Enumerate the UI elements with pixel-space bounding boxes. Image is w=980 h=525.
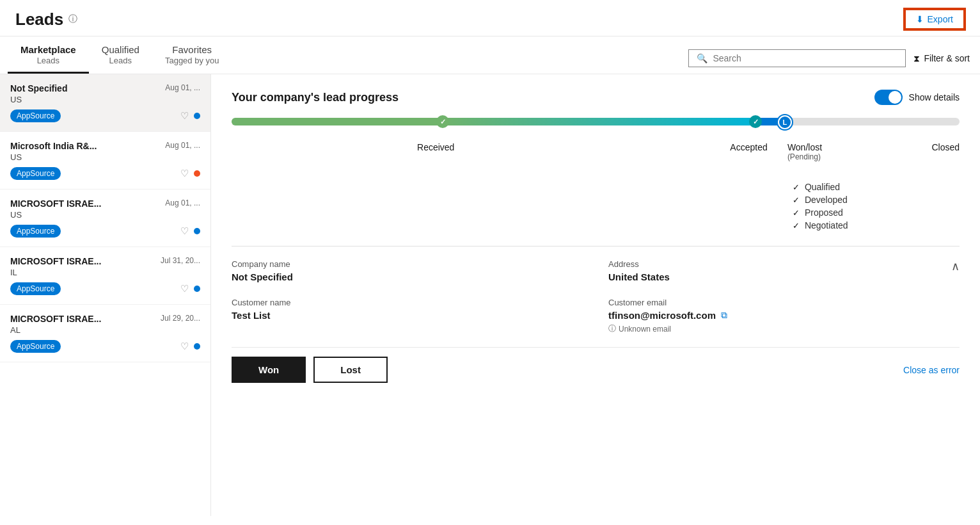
- main-layout: Not Specified Aug 01, ... US AppSource ♡…: [0, 74, 980, 516]
- show-details-label: Show details: [909, 92, 960, 102]
- progress-bar-container: ✓ ✓ L: [232, 118, 960, 137]
- address-field: Address United States: [608, 259, 960, 282]
- lead-list: Not Specified Aug 01, ... US AppSource ♡…: [0, 74, 211, 516]
- filter-icon: ⧗: [913, 53, 920, 64]
- badge-appsource: AppSource: [10, 109, 61, 122]
- stage-marker-received: ✓: [436, 115, 449, 128]
- lead-country: AL: [10, 325, 200, 335]
- tab-favorites-label: Favorites: [165, 44, 219, 55]
- copy-icon[interactable]: ⧉: [721, 310, 727, 321]
- tab-favorites[interactable]: Favorites Tagged by you: [152, 36, 232, 74]
- progress-track: ✓ ✓ L: [232, 118, 960, 125]
- check-item: ✓ Developed: [793, 195, 960, 205]
- toggle-knob: [889, 91, 901, 104]
- check-item: ✓ Proposed: [793, 207, 960, 218]
- tab-qualified-sublabel: Leads: [102, 56, 139, 65]
- close-as-error-link[interactable]: Close as error: [903, 365, 960, 375]
- status-dot: [194, 286, 200, 292]
- export-label: Export: [928, 14, 953, 24]
- tab-qualified-label: Qualified: [102, 44, 139, 55]
- export-button[interactable]: ⬇ Export: [905, 9, 965, 29]
- favorite-icon[interactable]: ♡: [180, 168, 189, 179]
- tab-marketplace-sublabel: Leads: [20, 56, 76, 65]
- badge-appsource: AppSource: [10, 282, 61, 295]
- lead-date: Jul 29, 20...: [161, 314, 200, 323]
- lead-item[interactable]: MICROSOFT ISRAE... Jul 31, 20... IL AppS…: [0, 247, 210, 305]
- bottom-bar: Won Lost Close as error: [232, 347, 960, 392]
- lead-country: US: [10, 210, 200, 220]
- company-name-value: Not Specified: [232, 271, 583, 282]
- lead-date: Aug 01, ...: [165, 198, 200, 207]
- label-wonlost: Won/lost (Pending): [787, 142, 822, 161]
- page-title-area: Leads ⓘ: [15, 10, 77, 29]
- lead-item[interactable]: MICROSOFT ISRAE... Aug 01, ... US AppSou…: [0, 190, 210, 247]
- badge-appsource: AppSource: [10, 340, 61, 353]
- customer-name-value: Test List: [232, 310, 583, 321]
- toggle-area: Show details: [874, 90, 960, 105]
- won-button[interactable]: Won: [232, 357, 306, 383]
- page-title: Leads: [15, 10, 63, 29]
- search-icon: 🔍: [697, 53, 707, 63]
- label-accepted: Accepted: [730, 142, 767, 152]
- badge-appsource: AppSource: [10, 167, 61, 180]
- tab-qualified[interactable]: Qualified Leads: [89, 36, 152, 74]
- progress-fill-accepted: [443, 118, 755, 125]
- tab-marketplace-label: Marketplace: [20, 44, 76, 55]
- customer-email-value: tfinson@microsoft.com: [608, 310, 716, 321]
- lead-item[interactable]: Microsoft India R&... Aug 01, ... US App…: [0, 132, 210, 190]
- customer-name-label: Customer name: [232, 298, 583, 307]
- badge-appsource: AppSource: [10, 225, 61, 238]
- status-dot: [194, 170, 200, 177]
- progress-fill-received: [232, 118, 443, 125]
- lead-country: IL: [10, 268, 200, 277]
- address-value: United States: [608, 271, 960, 282]
- tab-favorites-sublabel: Tagged by you: [165, 56, 219, 65]
- unknown-email-note: ⓘ Unknown email: [608, 323, 960, 334]
- customer-email-field: Customer email tfinson@microsoft.com ⧉ ⓘ…: [608, 298, 960, 334]
- favorite-icon[interactable]: ♡: [180, 225, 189, 237]
- lead-company-name: Microsoft India R&...: [10, 141, 97, 151]
- progress-labels: Received Accepted Won/lost (Pending) Clo…: [232, 142, 960, 174]
- lead-date: Aug 01, ...: [165, 83, 200, 92]
- lead-country: US: [10, 152, 200, 162]
- status-dot: [194, 113, 200, 119]
- company-name-field: Company name Not Specified: [232, 259, 583, 282]
- stage-marker-wonlost: L: [778, 115, 792, 129]
- lead-company-name: Not Specified: [10, 83, 67, 93]
- section-divider: [232, 246, 960, 246]
- label-closed: Closed: [931, 142, 960, 152]
- progress-section: Your company's lead progress Show detail…: [232, 90, 960, 230]
- lead-item[interactable]: Not Specified Aug 01, ... US AppSource ♡: [0, 74, 210, 132]
- filter-sort-button[interactable]: ⧗ Filter & sort: [913, 53, 970, 64]
- filter-sort-label: Filter & sort: [924, 53, 970, 63]
- search-input[interactable]: [713, 53, 897, 63]
- detail-fields-area: ∧ Company name Not Specified Address Uni…: [232, 259, 960, 334]
- collapse-icon[interactable]: ∧: [951, 259, 960, 273]
- status-dot: [194, 228, 200, 234]
- lead-company-name: MICROSOFT ISRAE...: [10, 198, 101, 209]
- favorite-icon[interactable]: ♡: [180, 110, 189, 122]
- checkmarks-list: ✓ Qualified ✓ Developed ✓ Proposed ✓ Neg…: [787, 182, 960, 230]
- detail-panel: Your company's lead progress Show detail…: [211, 74, 980, 516]
- stage-marker-accepted: ✓: [749, 115, 762, 128]
- customer-name-field: Customer name Test List: [232, 298, 583, 334]
- lead-company-name: MICROSOFT ISRAE...: [10, 314, 101, 324]
- lead-item[interactable]: MICROSOFT ISRAE... Jul 29, 20... AL AppS…: [0, 305, 210, 362]
- tab-marketplace[interactable]: Marketplace Leads: [8, 36, 89, 74]
- tabs-bar: Marketplace Leads Qualified Leads Favori…: [0, 36, 980, 74]
- lost-button[interactable]: Lost: [313, 357, 388, 383]
- favorite-icon[interactable]: ♡: [180, 341, 189, 352]
- lead-date: Jul 31, 20...: [161, 256, 200, 265]
- label-received: Received: [417, 142, 454, 152]
- show-details-toggle[interactable]: [874, 90, 903, 105]
- address-label: Address: [608, 259, 960, 269]
- unknown-email-icon: ⓘ: [608, 323, 616, 334]
- progress-header: Your company's lead progress Show detail…: [232, 90, 960, 105]
- lead-company-name: MICROSOFT ISRAE...: [10, 256, 101, 266]
- search-box: 🔍: [688, 49, 906, 67]
- favorite-icon[interactable]: ♡: [180, 283, 189, 295]
- info-icon[interactable]: ⓘ: [68, 13, 77, 25]
- lead-country: US: [10, 95, 200, 104]
- tabs-right: 🔍 ⧗ Filter & sort: [688, 49, 980, 74]
- lead-date: Aug 01, ...: [165, 141, 200, 150]
